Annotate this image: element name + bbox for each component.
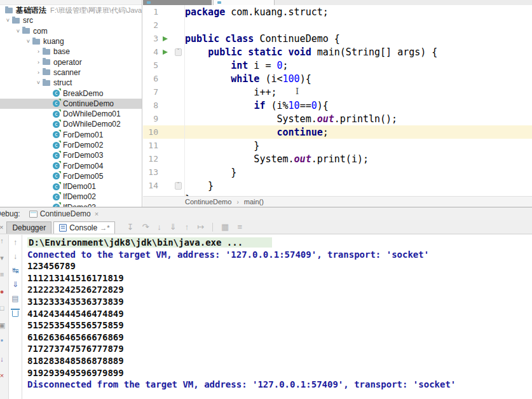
chevron-right-icon[interactable]: › <box>34 59 43 66</box>
code-line-2[interactable]: 2 <box>143 18 532 32</box>
tree-item-fordemo02[interactable]: cForDemo02 <box>0 140 142 150</box>
code-line-6[interactable]: 6 while (i<100){ <box>143 72 532 85</box>
code-line-1[interactable]: 1package com.kuang.struct; <box>143 5 532 18</box>
fold-marker-icon[interactable]: ˆ <box>172 179 185 192</box>
scroll-to-end-icon[interactable]: ⇓ <box>12 281 18 289</box>
code-line-10[interactable]: 10 continue; <box>143 125 532 139</box>
folder-icon <box>43 49 50 55</box>
java-class-icon: c <box>53 183 60 190</box>
line-number: 3 <box>143 34 158 43</box>
project-panel: 基础语法F:\班级管理\网课班\代码\JavaSE\基础语˅src˅com˅ku… <box>0 0 142 207</box>
code-line-14[interactable]: 14ˆ } <box>143 179 532 192</box>
debug-tool-window: Debug: ContinueDemo × × Debugger Console… <box>0 207 532 399</box>
fold-gutter <box>172 5 185 18</box>
code-line-7[interactable]: 7 i++; <box>143 85 532 99</box>
soft-wrap-icon[interactable]: ↹ <box>12 267 18 275</box>
folder-icon <box>32 39 40 45</box>
editor-tab-continuedemo[interactable] <box>213 0 275 5</box>
chevron-right-icon[interactable]: › <box>34 48 43 55</box>
fold-gutter <box>172 99 185 112</box>
tree-item-ifdemo03[interactable]: cIfDemo03 <box>0 202 142 207</box>
code-text: while (i<100){ <box>185 73 311 85</box>
force-step-into-icon[interactable]: ⇓ <box>170 222 177 232</box>
fold-marker-icon[interactable]: ˇ <box>172 45 185 59</box>
run-gutter-icon[interactable] <box>158 50 172 55</box>
run-arrow-icon <box>163 36 168 41</box>
tree-item-operator[interactable]: ›operator <box>0 57 142 67</box>
code-text: continue; <box>185 127 329 138</box>
code-line-13[interactable]: 13 } <box>143 165 532 179</box>
tree-item-breakdemo[interactable]: cBreakDemo <box>0 88 142 98</box>
code-line-11[interactable]: 11 } <box>143 139 532 152</box>
breadcrumb-class[interactable]: ContinueDemo <box>185 198 231 206</box>
tree-item-ifdemo02[interactable]: cIfDemo02 <box>0 192 142 202</box>
run-to-cursor-icon[interactable]: ↦ <box>197 222 204 232</box>
chevron-right-icon[interactable]: › <box>34 69 43 76</box>
tree-item-label: ForDemo04 <box>63 162 103 171</box>
chevron-down-icon[interactable]: ˅ <box>24 38 32 45</box>
clear-all-icon[interactable] <box>12 311 18 317</box>
dump-threads-icon[interactable]: ↓ <box>0 356 6 363</box>
tab-debugger[interactable]: Debugger <box>6 221 51 234</box>
step-over-icon[interactable]: ↷ <box>142 222 149 232</box>
debug-content: ↑▾≡●□▣*↓× ↑↓↹⇓▤ D:\Environment\jdk8\jdk\… <box>0 235 532 399</box>
debug-session-tab[interactable]: ContinueDemo × <box>25 209 102 219</box>
tree-item-label: com <box>33 27 48 36</box>
chevron-down-icon[interactable]: ˅ <box>14 28 22 34</box>
tree-item-base[interactable]: ›base <box>0 46 142 57</box>
tree-item-fordemo01[interactable]: cForDemo01 <box>0 130 142 140</box>
up-stack-frame-icon[interactable]: ↑ <box>13 239 17 247</box>
tree-item-dowhiledemo02[interactable]: cDoWhileDemo02 <box>0 119 142 129</box>
tree-item-kuang[interactable]: ˅kuang <box>0 36 142 46</box>
console-line-10: 717273747576777879 <box>27 343 532 355</box>
code-line-4[interactable]: 4ˇ public static void main(String[] args… <box>143 45 532 59</box>
code-line-9[interactable]: 9 System.out.println(); <box>143 112 532 125</box>
hide-window-icon[interactable]: × <box>0 223 3 231</box>
tree-item-project-root[interactable]: 基础语法F:\班级管理\网课班\代码\JavaSE\基础语 <box>0 5 142 15</box>
stop-icon[interactable]: ● <box>0 288 6 295</box>
tree-item-src[interactable]: ˅src <box>0 15 142 25</box>
java-class-icon: c <box>53 193 60 200</box>
code-line-8[interactable]: 8 if (i%10==0){ <box>143 99 532 112</box>
tree-item-fordemo04[interactable]: cForDemo04 <box>0 160 142 171</box>
tree-item-fordemo03[interactable]: cForDemo03 <box>0 150 142 160</box>
show-execution-point-icon[interactable]: ↧ <box>126 222 133 232</box>
tree-item-label: DoWhileDemo01 <box>63 109 121 118</box>
java-class-icon: c <box>53 162 60 169</box>
code-editor[interactable]: 1package com.kuang.struct;23public class… <box>143 5 532 196</box>
settings-icon[interactable]: * <box>0 339 6 346</box>
code-line-3[interactable]: 3public class ContinueDemo { <box>143 32 532 45</box>
line-number: 4 <box>143 47 158 57</box>
down-stack-frame-icon[interactable]: ↓ <box>13 253 17 261</box>
step-into-icon[interactable]: ↓ <box>157 222 161 232</box>
close-icon[interactable]: × <box>95 210 99 218</box>
run-gutter-icon[interactable] <box>158 36 172 41</box>
print-icon[interactable]: ▤ <box>11 295 18 303</box>
rerun-icon[interactable]: ↑ <box>0 237 6 244</box>
console-output[interactable]: D:\Environment\jdk8\jdk\bin\java.exe ...… <box>22 235 532 399</box>
pin-icon[interactable]: ▣ <box>0 322 6 329</box>
close-session-icon[interactable]: × <box>0 372 6 379</box>
tab-console[interactable]: Console →* <box>53 221 115 234</box>
tree-item-fordemo05[interactable]: cForDemo05 <box>0 171 142 181</box>
mute-breakpoints-icon[interactable]: ≡ <box>237 222 242 232</box>
tree-item-continuedemo[interactable]: cContinueDemo <box>0 99 142 109</box>
step-out-icon[interactable]: ↑ <box>185 222 189 232</box>
tree-item-dowhiledemo01[interactable]: cDoWhileDemo01 <box>0 109 142 119</box>
code-line-12[interactable]: 12 System.out.print(i); <box>143 152 532 165</box>
resume-icon[interactable]: ▾ <box>0 255 6 262</box>
code-line-5[interactable]: 5 int i = 0; <box>143 59 532 72</box>
editor-tab-breakdemo[interactable] <box>143 0 212 5</box>
view-breakpoints-icon[interactable]: ▦ <box>221 222 229 232</box>
tree-item-com[interactable]: ˅com <box>0 26 142 36</box>
fold-end-icon[interactable]: ˆ <box>175 182 182 190</box>
tree-item-ifdemo01[interactable]: cIfDemo01 <box>0 181 142 192</box>
tree-item-scanner[interactable]: ›scanner <box>0 67 142 78</box>
breadcrumb-method[interactable]: main() <box>244 198 264 206</box>
pause-icon[interactable]: ≡ <box>0 271 6 278</box>
fold-start-icon[interactable]: ˇ <box>175 48 182 56</box>
restore-layout-icon[interactable]: □ <box>0 305 6 312</box>
chevron-down-icon[interactable]: ˅ <box>4 17 12 24</box>
chevron-down-icon[interactable]: ˅ <box>34 80 43 86</box>
tree-item-struct[interactable]: ˅struct <box>0 78 142 88</box>
